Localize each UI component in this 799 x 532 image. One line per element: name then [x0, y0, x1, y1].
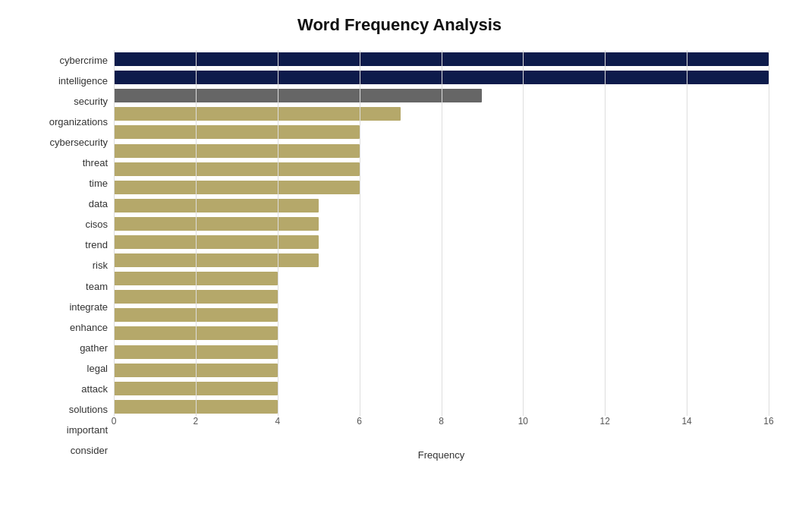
x-tick: 2 [193, 416, 199, 427]
bar-row [114, 216, 769, 232]
y-axis-labels: cybercrimeintelligencesecurityorganizati… [30, 50, 114, 461]
y-label: data [30, 196, 108, 212]
bar [114, 217, 319, 231]
bar-row [114, 51, 769, 68]
y-label: important [30, 421, 108, 438]
bar-row [114, 380, 769, 397]
bar [114, 89, 482, 102]
bar [114, 272, 278, 285]
bar [114, 400, 278, 414]
y-label: consider [30, 442, 108, 458]
bar-row [114, 325, 769, 342]
y-label: team [30, 278, 108, 294]
bar-row [114, 270, 769, 287]
bar-row [114, 179, 769, 196]
bar [114, 52, 769, 66]
x-tick: 10 [518, 416, 528, 427]
x-tick: 8 [439, 416, 444, 427]
x-tick: 12 [600, 416, 610, 427]
bars-wrapper [114, 50, 769, 416]
bar [114, 71, 769, 84]
bar [114, 364, 278, 377]
bar [114, 162, 360, 176]
bar [114, 290, 278, 304]
y-label: organizations [30, 114, 108, 131]
bar [114, 199, 319, 212]
bar [114, 345, 278, 359]
y-label: gather [30, 339, 108, 356]
bar-row [114, 362, 769, 379]
chart-title: Word Frequency Analysis [30, 15, 769, 35]
x-tick: 6 [357, 416, 362, 427]
bar-row [114, 143, 769, 159]
y-label: cybersecurity [30, 134, 108, 151]
y-label: integrate [30, 298, 108, 315]
bar-row [114, 252, 769, 269]
y-label: intelligence [30, 73, 108, 90]
y-label: cisos [30, 216, 108, 233]
x-tick: 0 [112, 416, 117, 427]
bar-row [114, 398, 769, 415]
y-label: threat [30, 155, 108, 172]
x-tick: 4 [275, 416, 280, 427]
bar-row [114, 161, 769, 178]
y-label: cybercrime [30, 52, 108, 69]
bar-row [114, 105, 769, 122]
chart-container: Word Frequency Analysis cybercrimeintell… [0, 0, 799, 532]
bar-row [114, 124, 769, 140]
bar-row [114, 69, 769, 86]
y-label: enhance [30, 319, 108, 335]
bar-row [114, 197, 769, 214]
y-label: attack [30, 380, 108, 397]
x-tick: 16 [763, 416, 773, 427]
y-label: legal [30, 360, 108, 376]
y-label: solutions [30, 401, 108, 417]
bar [114, 181, 360, 194]
y-label: time [30, 175, 108, 192]
chart-area: cybercrimeintelligencesecurityorganizati… [30, 50, 769, 461]
bar-row [114, 234, 769, 250]
bar [114, 107, 401, 121]
y-label: risk [30, 257, 108, 274]
bar [114, 308, 278, 322]
bar [114, 382, 278, 395]
bar-row [114, 307, 769, 323]
bar [114, 125, 360, 139]
bar-row [114, 288, 769, 305]
bar [114, 144, 360, 158]
x-axis-label: Frequency [114, 449, 769, 461]
bar-row [114, 344, 769, 360]
y-label: security [30, 93, 108, 110]
grid-line [769, 50, 769, 416]
bar [114, 235, 319, 249]
bar [114, 253, 319, 267]
x-tick: 14 [681, 416, 691, 427]
bar-row [114, 87, 769, 104]
plot-area: 0246810121416 Frequency [114, 50, 769, 461]
x-axis: 0246810121416 [114, 416, 769, 446]
bar [114, 326, 278, 340]
y-label: trend [30, 237, 108, 253]
